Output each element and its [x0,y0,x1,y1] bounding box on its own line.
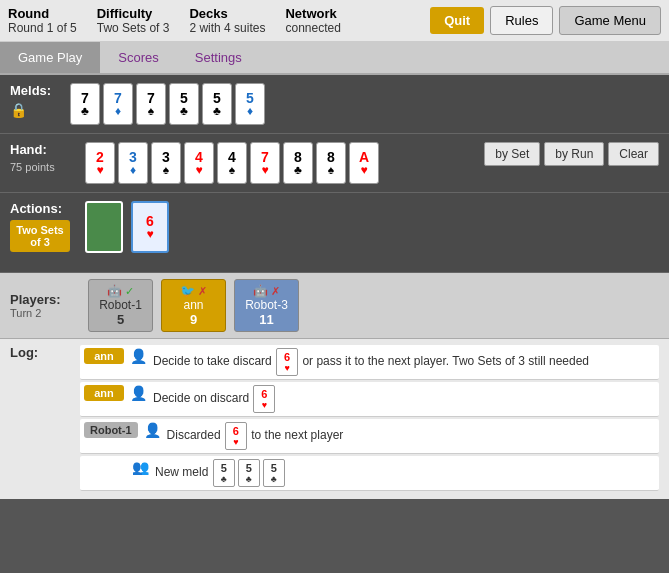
header: Round Round 1 of 5 Difficulty Two Sets o… [0,0,669,42]
header-buttons: Quit Rules Game Menu [430,6,661,35]
log-card: 6♥ [253,385,275,413]
player-name: Robot-3 [243,298,290,312]
clear-button[interactable]: Clear [608,142,659,166]
actions-cards: 6 ♥ [85,201,169,253]
log-player-badge: Robot-1 [84,422,138,438]
player-icon: 🐦 [180,284,195,298]
hand-label-col: Hand: 75 points [10,142,85,173]
log-player-badge: ann [84,385,124,401]
header-network: Network connected [285,6,340,35]
hand-card[interactable]: 2♥ [85,142,115,184]
hand-card[interactable]: 3♠ [151,142,181,184]
log-card: 6♥ [225,422,247,450]
log-inline-card: 5♣ [238,459,260,487]
network-label: Network [285,6,340,21]
by-run-button[interactable]: by Run [544,142,604,166]
players-turn: Turn 2 [10,307,80,319]
player-name-row: 🐦 ✗ [170,284,217,298]
hand-card[interactable]: 7♥ [250,142,280,184]
melds-section: Melds: 🔒 7♣7♦7♠5♣5♣5♦ [0,75,669,134]
rules-button[interactable]: Rules [490,6,553,35]
tab-settings[interactable]: Settings [177,42,260,73]
meld-card: 5♦ [235,83,265,125]
discard-card[interactable]: 6 ♥ [131,201,169,253]
players-label: Players: [10,292,80,307]
header-decks: Decks 2 with 4 suites [189,6,265,35]
decks-value: 2 with 4 suites [189,21,265,35]
melds-label-col: Melds: 🔒 [10,83,70,118]
log-text: New meld 5♣5♣5♣ [155,459,655,487]
hand-card[interactable]: 3♦ [118,142,148,184]
player-score: 9 [170,312,217,327]
log-section: Log: ann 👤 Decide to take discard 6♥ or … [0,339,669,499]
log-icon: 👥 [132,459,149,475]
hand-card[interactable]: 8♣ [283,142,313,184]
log-icon: 👤 [130,385,147,401]
player-card: 🤖 ✓ Robot-1 5 [88,279,153,332]
hand-actions: by Set by Run Clear [484,142,659,166]
player-card: 🤖 ✗ Robot-3 11 [234,279,299,332]
network-value: connected [285,21,340,35]
header-round: Round Round 1 of 5 [8,6,77,35]
log-cards: 5♣5♣5♣ [212,459,286,487]
hand-card[interactable]: 8♠ [316,142,346,184]
player-status: ✓ [125,284,134,298]
card-value: 6 [146,214,154,228]
tab-scores[interactable]: Scores [100,42,176,73]
action-badge: Two Sets of 3 [10,220,70,252]
player-name-row: 🤖 ✗ [243,284,290,298]
players-section: Players: Turn 2 🤖 ✓ Robot-1 5 🐦 ✗ ann 9 … [0,273,669,339]
log-player-badge: ann [84,348,124,364]
difficulty-value: Two Sets of 3 [97,21,170,35]
actions-section: Actions: Two Sets of 3 6 ♥ [0,193,669,273]
hand-card[interactable]: 4♥ [184,142,214,184]
lock-icon: 🔒 [10,102,70,118]
meld-card: 5♣ [169,83,199,125]
meld-card: 7♣ [70,83,100,125]
round-value: Round 1 of 5 [8,21,77,35]
players-label-col: Players: Turn 2 [10,292,80,319]
player-card: 🐦 ✗ ann 9 [161,279,226,332]
round-label: Round [8,6,77,21]
hand-label: Hand: [10,142,85,157]
card-suit: ♥ [146,228,153,240]
player-name: Robot-1 [97,298,144,312]
hand-section: Hand: 75 points 2♥3♦3♠4♥4♠7♥8♣8♠A♥ by Se… [0,134,669,193]
header-difficulty: Difficulty Two Sets of 3 [97,6,170,35]
quit-button[interactable]: Quit [430,7,484,34]
log-card: 6♥ [276,348,298,376]
actions-label: Actions: [10,201,85,216]
player-icon: 🤖 [253,284,268,298]
player-score: 11 [243,312,290,327]
log-entry: 👥 New meld 5♣5♣5♣ [80,456,659,491]
log-icon: 👤 [130,348,147,364]
log-icon: 👤 [144,422,161,438]
tabs: Game Play Scores Settings [0,42,669,75]
player-score: 5 [97,312,144,327]
hand-points: 75 points [10,161,85,173]
log-text: Discarded 6♥ to the next player [167,422,655,450]
by-set-button[interactable]: by Set [484,142,540,166]
player-name-row: 🤖 ✓ [97,284,144,298]
game-area: Melds: 🔒 7♣7♦7♠5♣5♣5♦ Hand: 75 points 2♥… [0,75,669,273]
hand-cards: 2♥3♦3♠4♥4♠7♥8♣8♠A♥ [85,142,476,184]
log-text: Decide on discard 6♥ [153,385,655,413]
melds-cards: 7♣7♦7♠5♣5♣5♦ [70,83,265,125]
hand-card[interactable]: A♥ [349,142,379,184]
deck-card[interactable] [85,201,123,253]
log-text: Decide to take discard 6♥ or pass it to … [153,348,655,376]
player-icon: 🤖 [107,284,122,298]
meld-card: 5♣ [202,83,232,125]
player-status: ✗ [271,284,280,298]
decks-label: Decks [189,6,265,21]
actions-label-col: Actions: Two Sets of 3 [10,201,85,252]
hand-card[interactable]: 4♠ [217,142,247,184]
player-status: ✗ [198,284,207,298]
game-menu-button[interactable]: Game Menu [559,6,661,35]
player-name: ann [170,298,217,312]
log-entry: ann 👤 Decide to take discard 6♥ or pass … [80,345,659,380]
log-inline-card: 5♣ [213,459,235,487]
tab-gameplay[interactable]: Game Play [0,42,100,73]
log-entry: Robot-1 👤 Discarded 6♥ to the next playe… [80,419,659,454]
log-entries: ann 👤 Decide to take discard 6♥ or pass … [80,345,659,493]
